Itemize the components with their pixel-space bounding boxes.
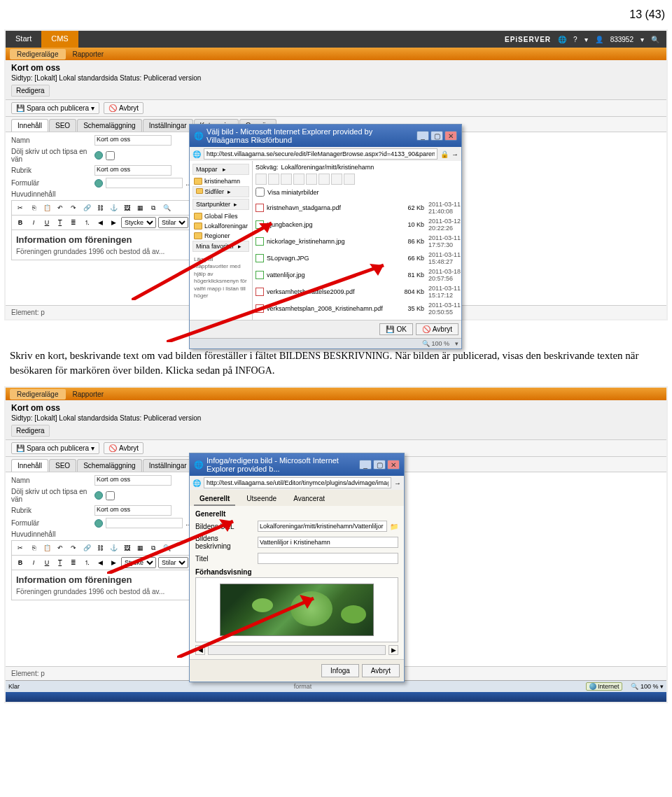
tool-icon[interactable] xyxy=(255,174,267,185)
help-icon[interactable] xyxy=(94,519,103,528)
outdent-icon[interactable]: ◀ xyxy=(94,217,106,228)
font-icon[interactable]: T̲ xyxy=(55,557,66,568)
link-icon[interactable]: 🔗 xyxy=(81,542,92,553)
scroll-left-icon[interactable]: ◀ xyxy=(195,645,205,655)
list-icon[interactable]: ≣ xyxy=(68,217,79,228)
indent-icon[interactable]: ▶ xyxy=(108,557,119,568)
topbar-start[interactable]: Start xyxy=(6,31,41,48)
tab-schema[interactable]: Schemaläggning xyxy=(77,119,142,132)
font-icon[interactable]: T̲ xyxy=(55,217,66,228)
subbar-reports[interactable]: Rapporter xyxy=(66,49,111,59)
tab-appearance[interactable]: Utseende xyxy=(241,493,282,506)
tree-fav[interactable]: Mina favoriter ▸ xyxy=(192,241,249,252)
user-label[interactable]: 833952 xyxy=(610,36,634,43)
help-icon[interactable] xyxy=(94,491,103,500)
find-icon[interactable]: 🔍 xyxy=(161,542,172,553)
indent-icon[interactable]: ▶ xyxy=(108,217,119,228)
bold-icon[interactable]: B xyxy=(15,557,26,568)
numlist-icon[interactable]: ⒈ xyxy=(81,557,92,568)
cut-icon[interactable]: ✂ xyxy=(15,202,26,213)
maximize-icon[interactable]: ▢ xyxy=(430,131,443,141)
unlink-icon[interactable]: ⛓ xyxy=(94,542,106,553)
anchor-icon[interactable]: ⚓ xyxy=(108,202,119,213)
browse-icon[interactable]: 📁 xyxy=(390,523,398,530)
paste-icon[interactable]: 📋 xyxy=(41,202,52,213)
file-row[interactable]: verksamhetsplan_2008_Kristinehamn.pdf35 … xyxy=(255,300,473,317)
file-row[interactable]: SLopvagn.JPG66 Kb2011-03-1115:48:27 xyxy=(255,250,473,267)
anchor-icon[interactable]: ⚓ xyxy=(108,542,119,553)
tab-redigera[interactable]: Redigera xyxy=(11,85,50,97)
file-row[interactable]: vattenliljor.jpg81 Kb2011-03-1820:57:56 xyxy=(255,267,473,283)
image-desc-input[interactable] xyxy=(258,537,398,548)
tree-root[interactable]: kristinehamn xyxy=(192,176,249,186)
file-row[interactable]: nickorlage_kristinehamn.jpg86 Kb2011-03-… xyxy=(255,233,473,250)
form-input[interactable] xyxy=(106,178,183,188)
insert-button[interactable]: Infoga xyxy=(321,664,359,677)
undo-icon[interactable]: ↶ xyxy=(55,542,66,553)
tool-icon[interactable] xyxy=(281,174,292,185)
cancel-button[interactable]: 🚫 Avbryt xyxy=(416,323,458,335)
scrollbar[interactable] xyxy=(208,645,386,655)
copy-icon[interactable]: ⎘ xyxy=(28,542,39,553)
tool-icon[interactable] xyxy=(306,174,317,185)
url-input[interactable] xyxy=(204,477,391,488)
link-icon[interactable]: 🔗 xyxy=(81,202,92,213)
cancel-button[interactable]: 🚫 Avbryt xyxy=(104,102,144,114)
search-icon[interactable]: 🔍 xyxy=(651,36,659,43)
subbar-reports[interactable]: Rapporter xyxy=(66,389,111,400)
tab-settings[interactable]: Inställningar xyxy=(143,119,193,132)
underline-icon[interactable]: U xyxy=(41,217,52,228)
redo-icon[interactable]: ↷ xyxy=(68,542,79,553)
cancel-button[interactable]: Avbryt xyxy=(362,664,400,677)
style-select[interactable]: Stycke xyxy=(121,217,156,228)
file-row[interactable]: Ljungbacken.jpg10 Kb2011-03-1220:22:26 xyxy=(255,216,473,233)
tab-redigera[interactable]: Redigera xyxy=(11,425,50,437)
table-icon[interactable]: ▦ xyxy=(134,202,146,213)
tab-general[interactable]: Generellt xyxy=(194,493,235,506)
minimize-icon[interactable]: _ xyxy=(416,131,429,141)
cut-icon[interactable]: ✂ xyxy=(15,542,26,553)
size-select[interactable]: Stilar xyxy=(158,217,188,228)
cancel-button[interactable]: 🚫 Avbryt xyxy=(104,442,144,454)
go-icon[interactable]: → xyxy=(394,479,401,487)
tab-schema[interactable]: Schemaläggning xyxy=(77,459,142,472)
help-icon[interactable]: ? xyxy=(573,36,578,43)
tree-global[interactable]: Global Files xyxy=(192,211,249,221)
source-icon[interactable]: ⧉ xyxy=(148,542,159,553)
globe-icon[interactable]: 🌐 xyxy=(558,36,566,43)
rubrik-input[interactable]: Kort om oss xyxy=(94,165,172,176)
outdent-icon[interactable]: ◀ xyxy=(94,557,106,568)
rubrik-input[interactable]: Kort om oss xyxy=(94,505,172,516)
underline-icon[interactable]: U xyxy=(41,557,52,568)
tree-region[interactable]: Regioner xyxy=(192,231,249,241)
close-icon[interactable]: ✕ xyxy=(387,460,400,470)
unlink-icon[interactable]: ⛓ xyxy=(94,202,106,213)
image-icon[interactable]: 🖼 xyxy=(121,202,132,213)
redo-icon[interactable]: ↷ xyxy=(68,202,79,213)
image-url-input[interactable] xyxy=(258,521,387,532)
italic-icon[interactable]: I xyxy=(28,217,39,228)
form-input[interactable] xyxy=(106,518,183,528)
tool-icon[interactable] xyxy=(344,174,355,185)
rte-content[interactable]: Information om föreningen Föreningen gru… xyxy=(11,230,193,260)
save-button[interactable]: 💾 Spara och publicera ▾ xyxy=(11,442,99,454)
ok-button[interactable]: 💾 OK xyxy=(379,323,412,335)
help-icon[interactable] xyxy=(94,179,103,188)
help-icon[interactable] xyxy=(94,151,103,160)
undo-icon[interactable]: ↶ xyxy=(55,202,66,213)
tool-icon[interactable] xyxy=(331,174,342,185)
tab-advanced[interactable]: Avancerat xyxy=(288,493,330,506)
url-input[interactable] xyxy=(204,148,438,160)
italic-icon[interactable]: I xyxy=(28,557,39,568)
name-input[interactable]: Kort om oss xyxy=(94,135,172,146)
go-icon[interactable]: → xyxy=(451,150,458,158)
scroll-right-icon[interactable]: ▶ xyxy=(388,645,398,655)
hide-checkbox[interactable] xyxy=(106,151,115,160)
tab-settings[interactable]: Inställningar xyxy=(143,459,193,472)
close-icon[interactable]: ✕ xyxy=(444,131,457,141)
source-icon[interactable]: ⧉ xyxy=(148,202,159,213)
table-icon[interactable]: ▦ xyxy=(134,542,146,553)
bold-icon[interactable]: B xyxy=(15,217,26,228)
name-input[interactable]: Kort om oss xyxy=(94,475,172,486)
tab-seo[interactable]: SEO xyxy=(49,459,76,472)
